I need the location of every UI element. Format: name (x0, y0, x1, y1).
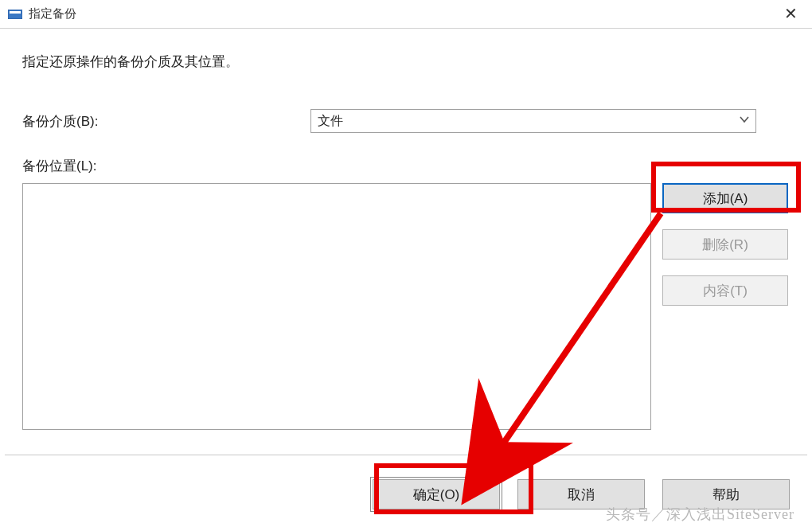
close-icon: ✕ (784, 4, 798, 23)
cancel-button[interactable]: 取消 (517, 479, 645, 509)
window-title: 指定备份 (29, 6, 76, 21)
title-bar: 指定备份 ✕ (0, 0, 812, 29)
divider (5, 455, 807, 455)
location-body: 添加(A) 删除(R) 内容(T) (22, 183, 790, 430)
footer-buttons: 确定(O) 取消 帮助 (0, 479, 812, 509)
media-select[interactable]: 文件 (310, 109, 756, 133)
media-label: 备份介质(B): (22, 112, 310, 131)
help-button[interactable]: 帮助 (662, 479, 790, 509)
media-row: 备份介质(B): 文件 (22, 109, 790, 133)
dialog-body: 指定还原操作的备份介质及其位置。 备份介质(B): 文件 备份位置(L): 添加… (0, 29, 812, 430)
location-listbox[interactable] (22, 183, 651, 430)
svg-rect-1 (10, 11, 21, 14)
ok-button[interactable]: 确定(O) (373, 479, 500, 509)
location-row: 备份位置(L): 添加(A) 删除(R) 内容(T) (22, 157, 790, 430)
media-select-value: 文件 (310, 109, 756, 133)
location-label: 备份位置(L): (22, 157, 790, 175)
delete-button: 删除(R) (662, 229, 788, 260)
close-button[interactable]: ✕ (780, 3, 801, 24)
add-button[interactable]: 添加(A) (662, 183, 788, 213)
content-button: 内容(T) (662, 275, 788, 306)
side-buttons: 添加(A) 删除(R) 内容(T) (662, 183, 788, 430)
app-icon (8, 9, 22, 20)
instruction-text: 指定还原操作的备份介质及其位置。 (22, 53, 790, 71)
svg-rect-0 (8, 10, 22, 19)
